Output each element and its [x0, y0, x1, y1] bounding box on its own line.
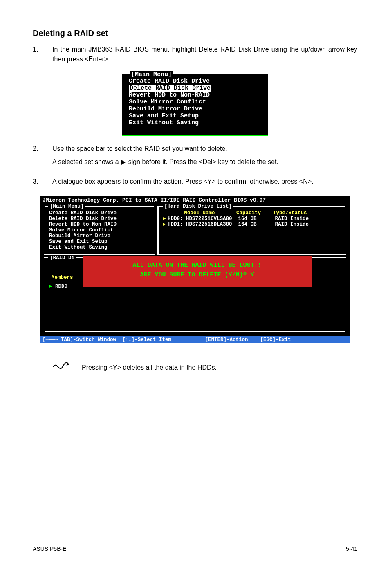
hdd-list-panel: [Hard Disk Drive List] Model Name Capaci…: [157, 206, 346, 255]
raid-disk-panel: [RAID Di Members ► RDD0 ALL DATA ON THE …: [44, 257, 346, 332]
main-menu-panel: [Main Menu] Create RAID Disk Drive Delet…: [44, 206, 155, 255]
menu-item: Rebuild Mirror Drive: [123, 105, 267, 112]
step-1-text: In the main JMB363 RAID BIOS menu, highl…: [52, 45, 357, 64]
note-icon: [52, 360, 69, 375]
step-1: 1. In the main JMB363 RAID BIOS menu, hi…: [33, 45, 357, 67]
menu-item-selected: Delete RAID Disk Drive: [123, 85, 267, 92]
bios-header: JMicron Technology Corp. PCI-to-SATA II/…: [40, 196, 350, 204]
menu-item: Delete RAID Disk Drive: [49, 216, 150, 222]
bios-delete-confirm-screen: JMicron Technology Corp. PCI-to-SATA II/…: [40, 196, 350, 343]
menu-item: Create RAID Disk Drive: [49, 210, 150, 216]
menu-item: Solve Mirror Conflict: [49, 227, 150, 233]
triangle-icon: [121, 160, 126, 165]
page-footer: ASUS P5B-E 5-41: [33, 543, 357, 552]
bios-small-title: [Main Menu]: [130, 71, 173, 78]
hdd-row: ►HDD0: HDS722516VLSA80 164 GB RAID Insid…: [163, 216, 341, 222]
menu-item: Revert HDD to Non-RAID: [123, 92, 267, 99]
step-2-text-a: Use the space bar to select the RAID set…: [52, 144, 357, 154]
hdd-header: Model Name Capacity Type/Status: [163, 210, 341, 216]
menu-item: Exit Without Saving: [123, 119, 267, 126]
note-callout: Pressing <Y> deletes all the data in the…: [52, 356, 357, 379]
step-3: 3. A dialogue box appears to confirm the…: [33, 177, 357, 190]
bios-main-menu-small: [Main Menu] Create RAID Disk Drive Delet…: [122, 74, 268, 136]
menu-item: Solve Mirror Conflict: [123, 99, 267, 105]
step-2-text-b: A selected set shows a sign before it. P…: [52, 157, 357, 167]
menu-item: Save and Exit Setup: [123, 112, 267, 119]
rdd-row: ► RDD0: [49, 284, 67, 290]
step-2: 2. Use the space bar to select the RAID …: [33, 144, 357, 170]
step-number: 3.: [33, 177, 52, 190]
menu-item: Create RAID Disk Drive: [123, 78, 267, 85]
section-heading: Deleting a RAID set: [33, 29, 357, 38]
step-number: 2.: [33, 144, 52, 170]
menu-item: Rebuild Mirror Drive: [49, 233, 150, 239]
hdd-row: ►HDD1: HDS722516DLA380 164 GB RAID Insid…: [163, 222, 341, 227]
confirm-delete-dialog: ALL DATA ON THE RAID WILL BE LOST!! ARE …: [83, 256, 312, 287]
step-3-text: A dialogue box appears to confirm the ac…: [52, 177, 357, 186]
panel-title: [Main Menu]: [48, 204, 85, 209]
note-text: Pressing <Y> deletes all the data in the…: [82, 364, 217, 371]
triangle-icon: ►: [163, 222, 168, 227]
menu-item: Exit Without Saving: [49, 245, 150, 250]
members-label: Members: [52, 275, 73, 281]
panel-title: [Hard Disk Drive List]: [163, 204, 233, 209]
dialog-line-1: ALL DATA ON THE RAID WILL BE LOST!!: [83, 260, 312, 270]
menu-item: Revert HDD to Non-RAID: [49, 222, 150, 227]
panel-title-truncated: [RAID Di: [48, 255, 76, 261]
dialog-line-2: ARE YOU SURE TO DELETE (Y/N)? Y: [83, 270, 312, 280]
triangle-icon: ►: [49, 284, 52, 290]
step-number: 1.: [33, 45, 52, 67]
bios-footer-hints: [←──→ TAB]-Switch Window [↑↓]-Select Ite…: [40, 336, 350, 343]
triangle-icon: ►: [163, 216, 168, 222]
menu-item: Save and Exit Setup: [49, 239, 150, 245]
footer-left: ASUS P5B-E: [33, 545, 66, 552]
footer-right: 5-41: [346, 545, 357, 552]
